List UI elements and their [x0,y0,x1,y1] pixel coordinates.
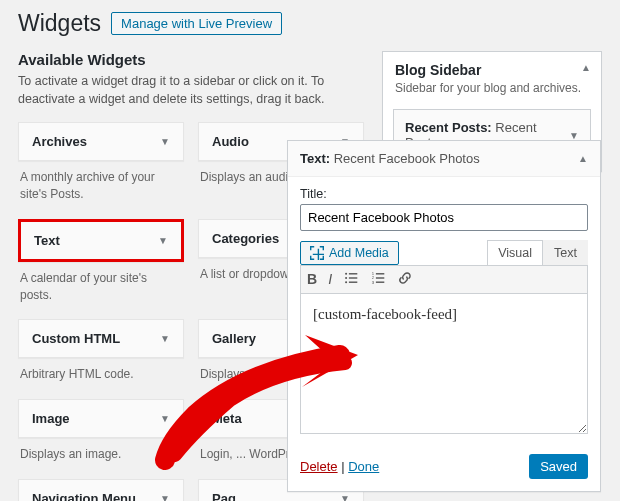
widget-name: Gallery [212,331,256,346]
widget-image[interactable]: Image▼ [18,399,184,438]
sidebar-widget-type: Recent Posts: [405,120,492,135]
page-title-text: Widgets [18,10,101,37]
svg-point-2 [345,277,347,279]
page-title: Widgets Manage with Live Preview [18,10,602,37]
widget-archives[interactable]: Archives▼ [18,122,184,161]
collapse-icon[interactable]: ▲ [578,153,588,164]
link-button[interactable] [397,271,413,288]
widget-editor-header[interactable]: Text: Recent Facebook Photos ▲ [288,141,600,177]
widget-name: Custom HTML [32,331,120,346]
widget-name: Archives [32,134,87,149]
svg-point-0 [345,273,347,275]
widget-description: Arbitrary HTML code. [18,358,184,393]
italic-button[interactable]: I [328,271,332,288]
widget-description: Displays an image. [18,438,184,473]
add-media-button[interactable]: Add Media [300,241,399,265]
chevron-down-icon: ▼ [160,413,170,424]
widget-description: A monthly archive of your site's Posts. [18,161,184,213]
widget-name: Categories [212,231,279,246]
editor-type-label: Text: [300,151,330,166]
ordered-list-button[interactable]: 123 [370,271,386,288]
available-widgets-description: To activate a widget drag it to a sideba… [18,72,364,108]
title-field-label: Title: [300,187,588,201]
chevron-down-icon[interactable]: ▼ [569,130,579,141]
widget-name: Text [34,233,60,248]
chevron-down-icon: ▼ [160,493,170,501]
editor-title-label: Recent Facebook Photos [334,151,480,166]
tab-text[interactable]: Text [543,240,588,265]
svg-rect-5 [349,282,357,283]
svg-rect-7 [376,273,384,274]
bullet-list-button[interactable] [343,271,359,288]
media-icon [310,246,324,260]
svg-rect-1 [349,273,357,274]
svg-point-4 [345,281,347,283]
svg-rect-9 [376,277,384,278]
available-widgets-heading: Available Widgets [18,51,364,68]
blog-sidebar-title: Blog Sidebar [395,62,589,78]
widget-custom-html[interactable]: Custom HTML▼ [18,319,184,358]
manage-live-preview-button[interactable]: Manage with Live Preview [111,12,282,35]
svg-rect-11 [376,282,384,283]
widget-text[interactable]: Text▼ [18,219,184,262]
done-link[interactable]: Done [348,459,379,474]
title-input[interactable] [300,204,588,231]
collapse-icon[interactable]: ▲ [581,62,591,73]
saved-button[interactable]: Saved [529,454,588,479]
chevron-down-icon: ▼ [160,136,170,147]
widget-name: Meta [212,411,242,426]
blog-sidebar-caption: Sidebar for your blog and archives. [395,81,589,95]
widget-name: Pag [212,491,236,501]
delete-link[interactable]: Delete [300,459,338,474]
chevron-down-icon: ▼ [158,235,168,246]
svg-rect-3 [349,277,357,278]
add-media-label: Add Media [329,246,389,260]
widget-name: Audio [212,134,249,149]
widget-description: A calendar of your site's posts. [18,262,184,314]
widget-name: Image [32,411,70,426]
content-text: [custom-facebook-feed] [313,306,457,322]
chevron-down-icon: ▼ [160,333,170,344]
content-editor[interactable]: [custom-facebook-feed] [300,294,588,434]
chevron-down-icon: ▼ [340,493,350,501]
bold-button[interactable]: B [307,271,317,288]
widget-editor-panel: Text: Recent Facebook Photos ▲ Title: Ad… [287,140,601,492]
svg-text:3: 3 [372,280,375,285]
widget-name: Navigation Menu [32,491,136,501]
tab-visual[interactable]: Visual [487,240,543,265]
widget-navigation-menu[interactable]: Navigation Menu▼ [18,479,184,501]
editor-toolbar: B I 123 [300,265,588,294]
